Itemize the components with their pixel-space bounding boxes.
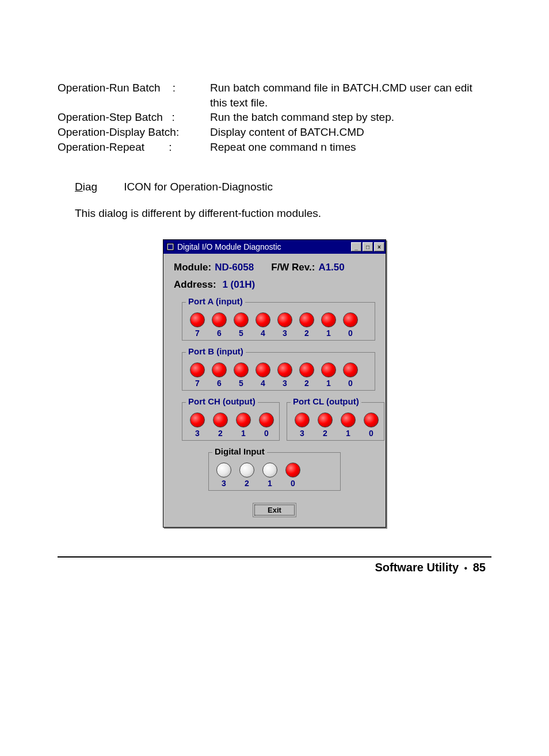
led-number: 3	[283, 329, 287, 338]
led-icon	[234, 312, 249, 327]
led-icon	[256, 312, 270, 327]
document-page: Operation-Run Batch : Run batch command …	[0, 0, 549, 597]
led-icon	[216, 463, 231, 478]
led-icon	[234, 362, 249, 377]
op-row: Operation-Step Batch : Run the batch com…	[58, 110, 491, 125]
led-number: 0	[348, 379, 353, 388]
port-a-leds: 76543210	[187, 312, 370, 338]
op-name: Operation-Repeat	[58, 141, 144, 153]
op-name: Operation-Run Batch	[58, 82, 161, 94]
led-number: 2	[245, 479, 249, 488]
port-a-group: Port A (input) 76543210	[182, 302, 375, 341]
op-name: Operation-Display Batch:	[58, 125, 210, 140]
led-icon	[190, 362, 205, 377]
led-icon	[277, 312, 292, 327]
led-icon	[239, 463, 254, 478]
led-number: 0	[291, 479, 295, 488]
module-row: Module: ND-6058 F/W Rev.: A1.50	[174, 262, 375, 273]
footer-title: Software Utility	[375, 561, 459, 574]
op-desc: Run batch command file in BATCH.CMD user…	[210, 81, 491, 110]
led-number: 6	[217, 379, 222, 388]
led-bit: 3	[277, 312, 293, 338]
led-bit: 4	[255, 312, 271, 338]
led-number: 2	[218, 429, 223, 438]
led-icon	[277, 362, 292, 377]
led-bit: 3	[294, 413, 310, 438]
led-bit: 2	[299, 312, 315, 338]
led-number: 1	[346, 429, 350, 438]
led-icon	[343, 312, 358, 327]
led-bit: 4	[255, 362, 271, 388]
led-bit: 3	[189, 413, 205, 438]
titlebar[interactable]: Digital I/O Module Diagnostic _ □ ×	[163, 240, 386, 254]
led-icon[interactable]	[364, 413, 379, 427]
led-number: 3	[195, 429, 200, 438]
led-number: 5	[239, 329, 243, 338]
diag-heading: Diag ICON for Operation-Diagnostic	[75, 181, 491, 193]
led-bit: 6	[211, 312, 227, 338]
port-cl-leds: 3210	[292, 413, 379, 438]
led-number: 3	[283, 379, 287, 388]
led-number: 2	[304, 379, 309, 388]
led-bit: 3	[216, 463, 232, 488]
op-name: Operation-Step Batch	[58, 111, 163, 123]
led-bit: 2	[317, 413, 333, 438]
led-icon	[299, 362, 314, 377]
led-number: 0	[348, 329, 353, 338]
led-bit: 2	[239, 463, 255, 488]
led-number: 7	[195, 379, 200, 388]
maximize-button[interactable]: □	[363, 242, 373, 251]
led-icon	[321, 362, 336, 377]
led-bit: 0	[258, 413, 274, 438]
svg-rect-1	[168, 245, 173, 249]
led-icon	[256, 362, 270, 377]
led-icon[interactable]	[341, 413, 356, 427]
led-bit: 1	[340, 413, 356, 438]
led-bit: 5	[233, 362, 249, 388]
led-icon[interactable]	[295, 413, 310, 427]
led-number: 0	[369, 429, 373, 438]
op-row: Operation-Display Batch: Display content…	[58, 125, 491, 140]
led-bit: 1	[262, 463, 278, 488]
port-ch-group: Port CH (output) 3210	[182, 402, 280, 441]
led-icon	[321, 312, 336, 327]
led-icon[interactable]	[190, 413, 205, 427]
led-number: 4	[261, 379, 265, 388]
digital-input-leds: 3210	[214, 463, 336, 488]
page-footer: Software Utility • 85	[58, 561, 491, 574]
digital-input-legend: Digital Input	[212, 446, 267, 456]
minimize-button[interactable]: _	[351, 242, 361, 251]
led-number: 1	[241, 429, 246, 438]
led-number: 2	[323, 429, 327, 438]
footer-bullet: •	[462, 563, 470, 573]
led-icon	[212, 362, 227, 377]
led-icon[interactable]	[259, 413, 274, 427]
led-icon	[190, 312, 205, 327]
port-cl-group: Port CL (output) 3210	[287, 402, 384, 441]
window-body: Module: ND-6058 F/W Rev.: A1.50 Address:…	[163, 254, 386, 527]
op-row: Operation-Run Batch : Run batch command …	[58, 81, 491, 110]
led-bit: 1	[235, 413, 251, 438]
diagnostic-window: Digital I/O Module Diagnostic _ □ × Modu…	[163, 239, 386, 528]
port-a-legend: Port A (input)	[186, 296, 245, 306]
led-icon[interactable]	[213, 413, 228, 427]
led-number: 1	[268, 479, 272, 488]
exit-button[interactable]: Exit	[254, 505, 295, 516]
led-bit: 0	[342, 312, 359, 338]
led-icon	[262, 463, 277, 478]
port-b-legend: Port B (input)	[186, 346, 246, 356]
led-bit: 7	[189, 362, 205, 388]
fw-label: F/W Rev.:	[271, 262, 315, 273]
led-bit: 2	[212, 413, 228, 438]
led-number: 7	[195, 329, 200, 338]
led-bit: 0	[363, 413, 379, 438]
port-ch-leds: 3210	[187, 413, 274, 438]
window-title: Digital I/O Module Diagnostic	[177, 242, 351, 251]
close-button[interactable]: ×	[374, 242, 384, 251]
led-icon[interactable]	[318, 413, 333, 427]
op-row: Operation-Repeat : Repeat one command n …	[58, 140, 491, 155]
led-bit: 1	[321, 312, 337, 338]
led-icon[interactable]	[236, 413, 251, 427]
op-desc: Run the batch command step by step.	[210, 110, 491, 125]
app-icon	[166, 242, 175, 251]
